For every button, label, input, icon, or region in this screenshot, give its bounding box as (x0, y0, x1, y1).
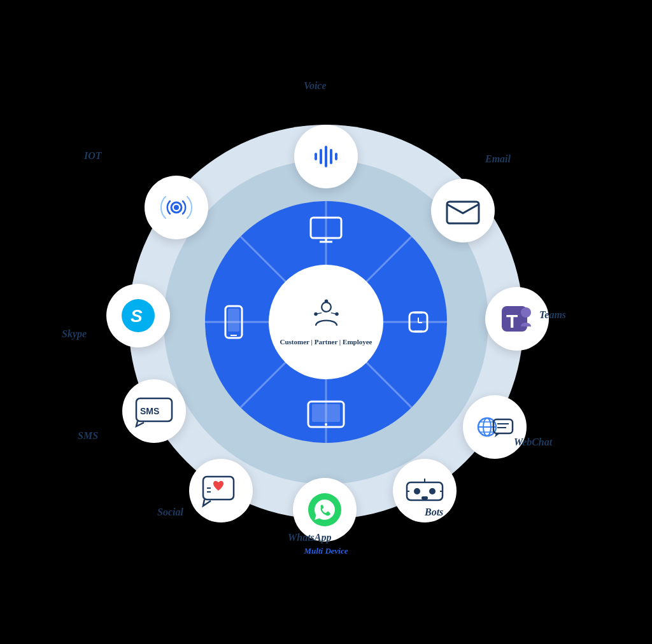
channel-social[interactable] (189, 459, 253, 522)
iot-icon (156, 187, 197, 228)
iot-label: IOT (84, 150, 102, 162)
social-label: Social (157, 507, 183, 518)
multi-device-label: Multi Device (304, 546, 348, 556)
channel-voice[interactable] (294, 125, 358, 188)
bots-label: Bots (425, 507, 443, 518)
sms-label: SMS (78, 430, 98, 442)
bots-icon (404, 477, 445, 504)
monitor-icon (309, 216, 343, 243)
svg-point-14 (322, 302, 331, 312)
social-icon (201, 473, 241, 508)
webchat-icon (474, 409, 515, 445)
svg-text:T: T (506, 311, 518, 332)
svg-text:SMS: SMS (140, 406, 159, 416)
skype-icon: S (119, 297, 157, 335)
user-icon (309, 297, 344, 332)
svg-rect-10 (312, 404, 340, 422)
svg-rect-0 (311, 218, 341, 238)
channel-iot[interactable] (145, 176, 208, 239)
tablet-icon (307, 400, 345, 428)
sms-icon: SMS (134, 393, 174, 429)
email-label: Email (485, 153, 511, 165)
svg-rect-44 (422, 496, 428, 500)
diagram-container: Customer | Partner | Employee Multi Devi… (65, 61, 587, 583)
webchat-label: WebChat (514, 437, 552, 448)
svg-point-40 (429, 488, 436, 494)
svg-rect-13 (228, 309, 239, 332)
svg-point-39 (414, 488, 420, 494)
voice-icon (308, 144, 344, 169)
channel-sms[interactable]: SMS (122, 379, 186, 443)
skype-label: Skype (62, 328, 87, 340)
channel-skype[interactable]: S (106, 284, 170, 347)
center-label: Customer | Partner | Employee (280, 337, 372, 348)
svg-text:S: S (131, 306, 143, 326)
teams-label: Teams (539, 309, 566, 321)
voice-label: Voice (304, 80, 327, 92)
phone-icon (224, 305, 243, 339)
email-icon (445, 197, 481, 225)
teams-icon: T (497, 298, 537, 339)
channel-webchat[interactable] (463, 395, 527, 459)
center-circle: Customer | Partner | Employee (269, 265, 383, 379)
svg-point-54 (174, 205, 179, 210)
svg-point-9 (325, 423, 327, 426)
whatsapp-icon (306, 491, 344, 529)
svg-point-29 (521, 307, 531, 318)
channel-email[interactable] (431, 179, 495, 242)
smartwatch-icon (407, 306, 430, 338)
whatsapp-label: WhatsApp (288, 532, 331, 543)
